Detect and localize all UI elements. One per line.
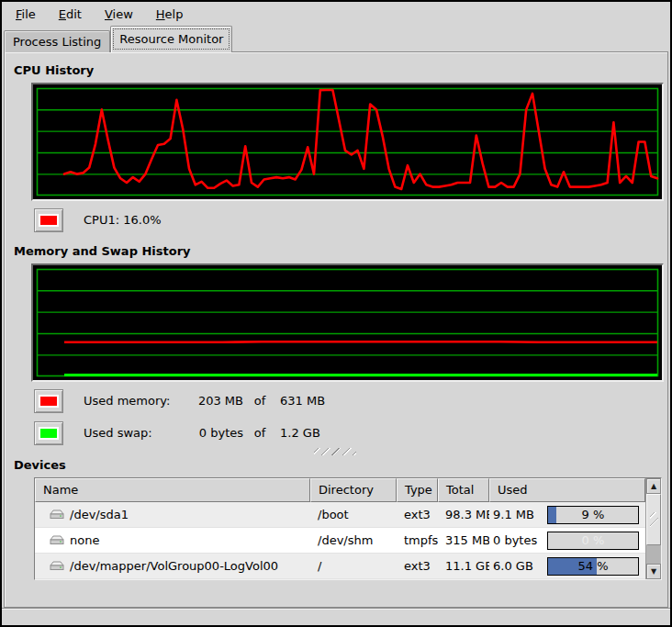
swap-color-swatch — [39, 427, 59, 440]
tab-process-listing[interactable]: Process Listing — [4, 30, 110, 52]
device-used-progressbar: 0 % — [547, 532, 639, 550]
device-used-progressbar: 54 % — [547, 557, 639, 576]
menu-file-label: File — [16, 7, 36, 21]
device-row-none[interactable]: none /dev/shm tmpfs 315 MB 0 bytes 0 % — [35, 528, 645, 554]
devices-table: Name Directory Type Total Used /dev/sda1 — [34, 477, 662, 580]
menu-edit[interactable]: Edit — [50, 5, 90, 24]
tab-bar: Process Listing Resource Monitor — [2, 26, 670, 52]
device-total: 11.1 GB — [438, 554, 489, 578]
cpu1-color-swatch — [39, 214, 59, 227]
scroll-up-button[interactable]: ▲ — [646, 478, 661, 494]
disk-icon — [50, 535, 64, 546]
cpu-history-plot — [33, 84, 662, 199]
device-used-progressbar: 9 % — [547, 506, 639, 524]
devices-table-header: Name Directory Type Total Used — [35, 478, 645, 502]
menu-view-label: View — [105, 7, 133, 21]
device-total: 98.3 MB — [438, 502, 489, 527]
memory-of-label: of — [243, 394, 276, 408]
memory-legend-text: Used memory: 203 MB of 631 MB — [84, 394, 341, 408]
device-name: /dev/mapper/VolGroup00-LogVol00 — [70, 559, 278, 573]
memory-total-value: 631 MB — [276, 394, 341, 408]
memory-used-value: 203 MB — [186, 394, 243, 408]
menu-file[interactable]: File — [7, 5, 44, 24]
memory-swap-graph — [31, 263, 664, 382]
swap-total-value: 1.2 GB — [276, 426, 341, 440]
device-used: 6.0 GB — [493, 559, 533, 573]
menu-bar: File Edit View Help — [2, 2, 670, 26]
device-name: /dev/sda1 — [70, 508, 129, 521]
cpu-legend: CPU1: 16.0% — [34, 207, 658, 232]
swap-color-button[interactable] — [34, 421, 63, 445]
device-name: none — [70, 533, 99, 547]
column-header-used[interactable]: Used — [489, 478, 645, 502]
column-header-directory[interactable]: Directory — [310, 478, 397, 502]
memory-legend: Used memory: 203 MB of 631 MB — [34, 388, 658, 413]
memory-swap-plot — [33, 265, 662, 380]
memory-color-swatch — [39, 395, 59, 408]
device-directory: /dev/shm — [310, 528, 397, 553]
scrollbar-thumb[interactable] — [646, 494, 661, 545]
menu-help-label: Help — [156, 7, 184, 21]
scrollbar-trough[interactable] — [646, 494, 661, 564]
menu-help[interactable]: Help — [148, 5, 192, 24]
cpu1-legend-label: CPU1: 16.0% — [84, 213, 162, 227]
cpu1-color-button[interactable] — [34, 208, 63, 232]
memory-color-button[interactable] — [34, 389, 63, 413]
device-used: 0 bytes — [493, 533, 537, 547]
device-row-sda1[interactable]: /dev/sda1 /boot ext3 98.3 MB 9.1 MB 9 % — [35, 502, 645, 528]
progress-label: 9 % — [548, 507, 638, 523]
swap-legend-text: Used swap: 0 bytes of 1.2 GB — [84, 426, 341, 440]
progress-label: 0 % — [548, 532, 638, 549]
disk-icon — [50, 509, 64, 521]
cpu-history-graph — [31, 83, 664, 201]
device-directory: / — [310, 554, 397, 578]
pane-resize-grip[interactable] — [314, 448, 356, 455]
progress-label: 54 % — [548, 558, 638, 575]
arrow-down-icon: ▼ — [651, 567, 656, 576]
arrow-up-icon: ▲ — [651, 482, 656, 490]
memory-swap-heading: Memory and Swap History — [14, 244, 658, 258]
tab-resource-monitor[interactable]: Resource Monitor — [110, 26, 232, 52]
resource-monitor-panel: CPU History CPU1: 16.0% Memory and Swap … — [4, 51, 668, 608]
swap-legend-label: Used swap: — [84, 426, 186, 440]
device-type: ext3 — [397, 554, 438, 578]
used-memory-line — [64, 341, 657, 342]
device-total: 315 MB — [438, 528, 489, 553]
device-type: tmpfs — [397, 528, 438, 553]
memory-legend-label: Used memory: — [84, 394, 186, 408]
status-bar — [2, 608, 670, 625]
device-type: ext3 — [397, 502, 438, 527]
device-row-volgroup[interactable]: /dev/mapper/VolGroup00-LogVol00 / ext3 1… — [35, 554, 645, 579]
swap-of-label: of — [243, 426, 276, 440]
device-directory: /boot — [310, 502, 397, 527]
menu-view[interactable]: View — [96, 5, 141, 24]
devices-heading: Devices — [14, 458, 658, 472]
swap-used-value: 0 bytes — [186, 426, 243, 440]
column-header-type[interactable]: Type — [397, 478, 438, 502]
menu-edit-label: Edit — [59, 7, 82, 21]
disk-icon — [50, 561, 64, 572]
column-header-name[interactable]: Name — [35, 478, 310, 502]
cpu-history-heading: CPU History — [14, 63, 658, 77]
device-used: 9.1 MB — [493, 508, 534, 521]
column-header-total[interactable]: Total — [438, 478, 489, 502]
scroll-down-button[interactable]: ▼ — [646, 564, 661, 579]
vertical-scrollbar[interactable]: ▲ ▼ — [645, 478, 661, 579]
swap-legend: Used swap: 0 bytes of 1.2 GB — [34, 420, 658, 445]
system-monitor-window: File Edit View Help Process Listing Reso… — [0, 0, 672, 627]
